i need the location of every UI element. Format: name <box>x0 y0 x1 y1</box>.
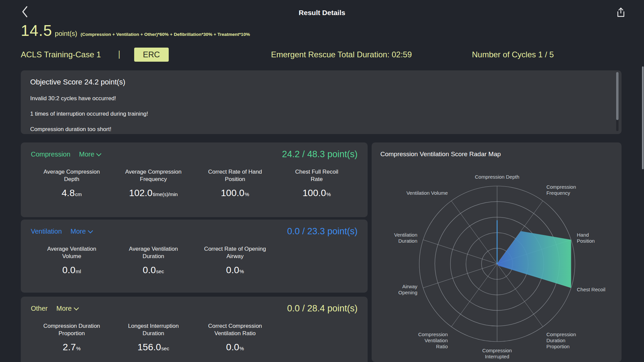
radar-panel: Compression Ventilation Score Radar Map … <box>372 142 622 362</box>
rescue-duration-label: Emergent Rescue Total Duration: 02:59 <box>271 50 412 59</box>
ventilation-metrics: Average VentilationVolume0.0mlAverage Ve… <box>31 245 358 276</box>
total-score-value: 14.5 <box>21 21 52 40</box>
compression-more-button[interactable]: More <box>79 150 101 158</box>
standard-badge: ERC <box>134 48 169 62</box>
more-label: More <box>79 150 95 158</box>
radar-axis-label: Chest Recoil <box>577 287 605 292</box>
page-scroll-thumb[interactable] <box>642 66 644 169</box>
radar-spoke <box>423 240 497 264</box>
metric-value: 0.0% <box>194 265 276 276</box>
metric-average-compression-frequency: Average CompressionFrequency102.0time(s)… <box>113 168 195 198</box>
ventilation-panel-header: Ventilation More 0.0 / 23.3 point(s) <box>31 220 358 237</box>
metric-value: 2.7% <box>31 342 113 353</box>
radar-axis-label: CompressionFrequency <box>546 184 576 196</box>
compression-panel-title: Compression <box>31 150 70 158</box>
objective-panel-scrollbar[interactable] <box>616 72 619 131</box>
radar-axis-label: AirwayOpening <box>398 284 418 295</box>
ventilation-panel: Ventilation More 0.0 / 23.3 point(s) Ave… <box>21 220 368 293</box>
other-panel-header: Other More 0.0 / 28.4 point(s) <box>31 297 358 314</box>
score-formula: (Compression + Ventilation + Other)*60% … <box>80 32 250 37</box>
chevron-down-icon <box>73 305 79 310</box>
metric-label: Correct CompressionVentilation Ratio <box>194 322 276 337</box>
metric-label: Average VentilationVolume <box>31 245 113 260</box>
metric-compression-duration-proportion: Compression DurationProportion2.7% <box>31 322 113 353</box>
radar-axis-label: CompressionVentilationRatio <box>418 331 448 349</box>
chevron-down-icon <box>88 228 93 233</box>
radar-spoke <box>451 264 497 327</box>
other-panel-title: Other <box>31 305 48 312</box>
share-button[interactable] <box>615 7 627 19</box>
more-label: More <box>70 228 86 235</box>
metric-label: Correct Rate of OpeningAirway <box>194 245 276 260</box>
compression-metrics: Average CompressionDepth4.8cmAverage Com… <box>31 168 358 198</box>
objective-message: Invalid 30:2 cycles have occurred! <box>30 95 606 102</box>
ventilation-panel-title: Ventilation <box>31 228 62 235</box>
compression-panel-header: Compression More 24.2 / 48.3 point(s) <box>31 142 358 160</box>
metric-label: Chest Full RecoilRate <box>276 168 358 183</box>
page-title: Result Details <box>0 9 644 17</box>
objective-score-title: Objective Score 24.2 point(s) <box>30 78 606 86</box>
objective-message: Compression duration too short! <box>30 126 606 133</box>
radar-axis-label: HandPosition <box>577 232 595 244</box>
metric-value: 102.0time(s)/min <box>113 188 195 198</box>
metric-value: 4.8cm <box>31 188 113 198</box>
objective-score-panel: Objective Score 24.2 point(s) Invalid 30… <box>21 70 622 134</box>
metric-average-compression-depth: Average CompressionDepth4.8cm <box>31 168 113 198</box>
metric-longest-interruption-duration: Longest InterruptionDuration156.0sec <box>113 322 195 353</box>
case-name: ACLS Training-Case 1 <box>21 50 101 59</box>
total-score-row: 14.5 point(s) (Compression + Ventilation… <box>21 21 250 40</box>
metric-correct-rate-of-opening-airway: Correct Rate of OpeningAirway0.0% <box>194 245 276 276</box>
other-more-button[interactable]: More <box>56 305 78 312</box>
objective-panel-scroll-thumb[interactable] <box>616 72 619 120</box>
radar-axis-label: CompressionDurationProportion <box>546 331 576 349</box>
page-scrollbar[interactable] <box>642 0 644 362</box>
metric-correct-rate-of-hand-position: Correct Rate of HandPosition100.0% <box>194 168 276 198</box>
session-info-row: ACLS Training-Case 1 | ERC Emergent Resc… <box>21 48 622 63</box>
metric-value: 100.0% <box>194 188 276 198</box>
radar-spoke <box>451 201 497 264</box>
metric-label: Average VentilationDuration <box>113 245 195 260</box>
share-icon <box>616 7 626 18</box>
metric-value: 0.0sec <box>113 265 195 276</box>
metric-value: 0.0ml <box>31 265 113 276</box>
radar-axis-label: CompressionInterrupted <box>482 348 512 359</box>
radar-panel-title: Compression Ventilation Score Radar Map <box>380 150 622 158</box>
metric-label: Average CompressionDepth <box>31 168 113 183</box>
other-score: 0.0 / 28.4 point(s) <box>287 303 358 314</box>
compression-score: 24.2 / 48.3 point(s) <box>282 149 358 160</box>
metric-value: 100.0% <box>276 188 358 198</box>
metric-average-ventilation-duration: Average VentilationDuration0.0sec <box>113 245 195 276</box>
compression-panel: Compression More 24.2 / 48.3 point(s) Av… <box>21 142 368 217</box>
radar-axis-label: VentilationDuration <box>394 232 417 244</box>
objective-messages: Invalid 30:2 cycles have occurred! 1 tim… <box>30 95 606 133</box>
more-label: More <box>56 305 72 312</box>
metric-label: Correct Rate of HandPosition <box>194 168 276 183</box>
ventilation-score: 0.0 / 23.3 point(s) <box>287 226 358 237</box>
cycles-label: Number of Cycles 1 / 5 <box>472 50 554 59</box>
metric-average-ventilation-volume: Average VentilationVolume0.0ml <box>31 245 113 276</box>
top-bar: Result Details <box>0 0 644 21</box>
metric-value: 0.0% <box>194 342 276 353</box>
radar-axis-label: Ventilation Volume <box>407 190 448 196</box>
other-metrics: Compression DurationProportion2.7%Longes… <box>31 322 358 353</box>
metric-label: Compression DurationProportion <box>31 322 113 337</box>
ventilation-more-button[interactable]: More <box>70 228 92 235</box>
total-score-unit: point(s) <box>55 30 77 38</box>
objective-message: 1 times of interruption occurred during … <box>30 111 606 117</box>
metric-correct-compression-ventilation-ratio: Correct CompressionVentilation Ratio0.0% <box>194 322 276 353</box>
radar-axis-label: Compression Depth <box>475 174 520 180</box>
other-panel: Other More 0.0 / 28.4 point(s) Compressi… <box>21 297 368 362</box>
metric-label: Average CompressionFrequency <box>113 168 195 183</box>
metric-chest-full-recoil-rate: Chest Full RecoilRate100.0% <box>276 168 358 198</box>
metric-label: Longest InterruptionDuration <box>113 322 195 337</box>
metric-value: 156.0sec <box>113 342 195 353</box>
radar-spoke <box>423 264 497 288</box>
chevron-down-icon <box>96 151 102 156</box>
radar-chart: Compression DepthCompressionFrequencyHan… <box>372 160 622 361</box>
divider: | <box>118 49 120 59</box>
